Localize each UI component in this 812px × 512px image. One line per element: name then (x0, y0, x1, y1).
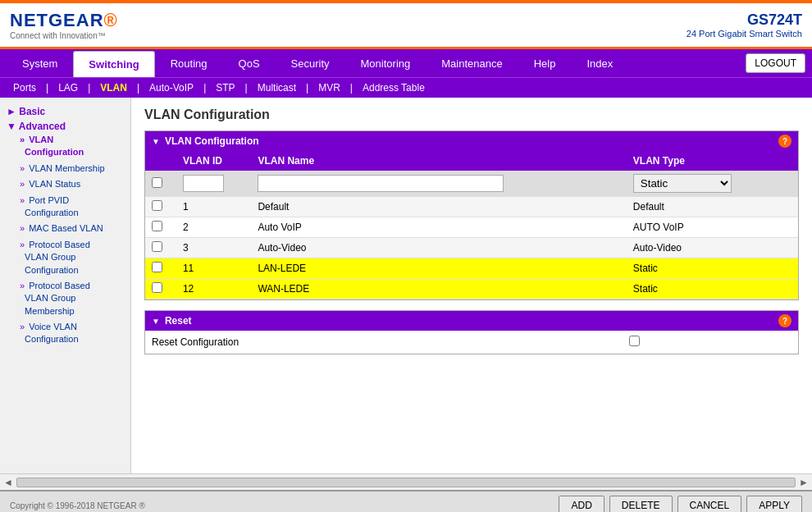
input-check-cell (145, 171, 176, 197)
device-model: GS724T (687, 11, 802, 29)
section-toggle-icon: ▼ (152, 137, 160, 146)
row1-checkbox[interactable] (152, 200, 162, 211)
nav-index[interactable]: Index (571, 49, 628, 77)
arrow-icon-9: » (20, 281, 25, 290)
reset-table: Reset Configuration (145, 331, 798, 354)
nav-maintenance[interactable]: Maintenance (426, 49, 518, 77)
input-vlan-id[interactable] (183, 175, 224, 192)
nav-security[interactable]: Security (276, 49, 345, 77)
sidebar-vlan-config[interactable]: » VLAN Configuration (7, 132, 124, 161)
logout-button[interactable]: LOGOUT (746, 53, 805, 73)
row4-checkbox[interactable] (152, 262, 162, 272)
row3-checkbox[interactable] (152, 241, 162, 252)
row2-check (145, 217, 176, 238)
section-header-left: ▼ VLAN Configuration (152, 135, 259, 147)
sidebar-port-pvid[interactable]: » Port PVID Configuration (7, 193, 124, 222)
subnav-lag[interactable]: LAG (52, 80, 84, 95)
nav-system[interactable]: System (7, 49, 73, 77)
row3-type: Auto-Video (627, 238, 798, 258)
sidebar-mac-based[interactable]: » MAC Based VLAN (7, 221, 124, 236)
sidebar-basic-title[interactable]: ► Basic (7, 106, 124, 117)
reset-section: ▼ Reset ? Reset Configuration (144, 310, 799, 354)
row5-checkbox[interactable] (152, 282, 162, 293)
subnav-multicast[interactable]: Multicast (251, 80, 303, 95)
sidebar-protocol-group-membership[interactable]: » Protocol Based VLAN Group Membership (7, 278, 124, 319)
input-row: Static (145, 171, 798, 197)
table-row: 1 Default Default (145, 197, 798, 217)
row5-name: WAN-LEDE (251, 279, 626, 299)
scroll-right-icon[interactable]: ► (799, 477, 809, 488)
arrow-icon-8: » (20, 240, 25, 249)
input-vlan-name-cell (251, 171, 626, 197)
sidebar-protocol-group-config[interactable]: » Protocol Based VLAN Group Configuratio… (7, 237, 124, 278)
nav-help[interactable]: Help (518, 49, 572, 77)
row5-id: 12 (176, 279, 251, 299)
subnav-address-table[interactable]: Address Table (356, 80, 431, 95)
vlan-config-section: ▼ VLAN Configuration ? VLAN ID VLAN Name… (144, 130, 799, 300)
table-row: 11 LAN-LEDE Static (145, 258, 798, 279)
input-vlan-name[interactable] (258, 175, 504, 192)
arrow-icon-3: » (20, 135, 25, 144)
col-check-header (145, 151, 176, 171)
sep1: | (46, 82, 48, 94)
device-description: 24 Port Gigabit Smart Switch (687, 29, 802, 39)
sep5: | (245, 82, 248, 94)
row3-name: Auto-Video (251, 238, 626, 258)
page-title: VLAN Configuration (144, 107, 799, 122)
vlan-config-header[interactable]: ▼ VLAN Configuration ? (145, 131, 798, 151)
subnav-autovoip[interactable]: Auto-VoIP (143, 80, 200, 95)
vlan-table: VLAN ID VLAN Name VLAN Type (145, 151, 798, 299)
nav-qos[interactable]: QoS (223, 49, 276, 77)
nav-monitoring[interactable]: Monitoring (345, 49, 427, 77)
subnav-mvr[interactable]: MVR (312, 80, 347, 95)
subnav-stp[interactable]: STP (209, 80, 241, 95)
bottom-bar: Copyright © 1996-2018 NETGEAR ® ADD DELE… (0, 490, 812, 512)
nav-switching[interactable]: Switching (73, 51, 154, 77)
row1-type: Default (627, 197, 798, 217)
help-icon[interactable]: ? (778, 135, 791, 148)
arrow-icon-4: » (20, 163, 25, 173)
reset-header[interactable]: ▼ Reset ? (145, 311, 798, 331)
subnav-vlan[interactable]: VLAN (94, 80, 134, 95)
row3-check (145, 238, 176, 258)
reset-help-icon[interactable]: ? (778, 314, 791, 327)
vlan-section-title: VLAN Configuration (165, 135, 259, 147)
logo-area: NETGEAR® Connect with Innovation™ (10, 10, 118, 40)
content-wrapper: ► Basic ▼ Advanced » VLAN Configuration … (0, 98, 812, 473)
cancel-button[interactable]: CANCEL (677, 496, 742, 512)
sidebar-vlan-status[interactable]: » VLAN Status (7, 176, 124, 192)
reset-checkbox[interactable] (629, 336, 640, 346)
input-vlan-id-cell (176, 171, 251, 197)
row2-id: 2 (176, 217, 251, 238)
sep7: | (350, 82, 353, 94)
row1-check (145, 197, 176, 217)
arrow-icon-10: » (20, 322, 25, 331)
input-vlan-type-select[interactable]: Static (633, 174, 732, 193)
input-vlan-type-cell: Static (627, 171, 798, 197)
scroll-left-icon[interactable]: ◄ (3, 477, 13, 488)
sidebar-voice-vlan[interactable]: » Voice VLAN Configuration (7, 319, 124, 348)
row1-name: Default (251, 197, 626, 217)
delete-button[interactable]: DELETE (609, 496, 673, 512)
reset-spacer (736, 331, 798, 354)
add-button[interactable]: ADD (559, 496, 604, 512)
reset-section-title: Reset (165, 315, 192, 327)
arrow-icon: ► (7, 106, 19, 117)
main-nav: System Switching Routing QoS Security Mo… (0, 49, 812, 77)
sidebar-advanced-title[interactable]: ▼ Advanced (7, 121, 124, 132)
device-info: GS724T 24 Port Gigabit Smart Switch (687, 11, 802, 39)
apply-button[interactable]: APPLY (746, 496, 802, 512)
sidebar-vlan-membership[interactable]: » VLAN Membership (7, 161, 124, 176)
nav-routing[interactable]: Routing (155, 49, 223, 77)
arrow-icon-5: » (20, 179, 25, 189)
table-row: 3 Auto-Video Auto-Video (145, 238, 798, 258)
row4-name: LAN-LEDE (251, 258, 626, 279)
sidebar: ► Basic ▼ Advanced » VLAN Configuration … (0, 98, 131, 473)
scroll-track[interactable] (16, 478, 796, 487)
table-row: 12 WAN-LEDE Static (145, 279, 798, 299)
row2-checkbox[interactable] (152, 221, 162, 231)
reset-toggle-icon: ▼ (152, 317, 160, 326)
subnav-ports[interactable]: Ports (7, 80, 43, 95)
input-row-checkbox[interactable] (152, 177, 162, 188)
arrow-icon-2: ▼ (7, 121, 19, 132)
